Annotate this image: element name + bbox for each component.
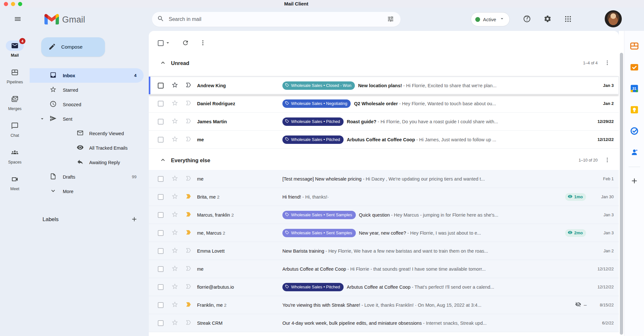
sidebar-item-drafts[interactable]: Drafts99 [30, 170, 144, 184]
email-checkbox[interactable] [158, 119, 164, 125]
star-icon[interactable] [171, 99, 178, 108]
email-row[interactable]: meWholesale Sales • PitchedArbutus Coffe… [149, 131, 619, 149]
email-checkbox[interactable] [158, 248, 164, 254]
email-checkbox[interactable] [158, 137, 164, 143]
sidebar-item-recently-viewed[interactable]: Recently Viewed [30, 126, 144, 141]
importance-marker-icon[interactable] [185, 135, 192, 144]
importance-marker-icon[interactable] [185, 319, 192, 327]
importance-marker-icon[interactable] [185, 81, 192, 90]
email-row[interactable]: James MartinWholesale Sales • PitchedRoa… [149, 113, 619, 131]
email-checkbox[interactable] [158, 302, 164, 308]
rail-item-pipelines[interactable]: Pipelines [6, 67, 24, 84]
sidebar-item-sent[interactable]: Sent [30, 112, 144, 126]
help-button[interactable] [519, 12, 535, 27]
status-dropdown[interactable]: Active [471, 12, 510, 26]
importance-marker-icon[interactable] [185, 283, 192, 291]
pipeline-stage-chip[interactable]: Wholesale Sales • Sent Samples [282, 211, 356, 219]
star-icon[interactable] [171, 247, 178, 255]
refresh-button[interactable] [179, 37, 192, 50]
create-label-button[interactable] [129, 214, 140, 225]
sidebar-item-inbox[interactable]: Inbox4 [30, 68, 144, 83]
pipeline-stage-chip[interactable]: Wholesale Sales • Closed - Won [282, 81, 355, 90]
email-checkbox[interactable] [158, 212, 164, 218]
google-tasks-icon[interactable] [627, 124, 642, 138]
streak-pipelines-icon[interactable] [627, 39, 642, 53]
email-checkbox[interactable] [158, 83, 164, 89]
importance-marker-icon[interactable] [185, 229, 192, 237]
email-row[interactable]: Franklin, me 2You're viewing this with S… [149, 296, 619, 314]
rail-item-chat[interactable]: Chat [6, 121, 24, 138]
expand-twisty-icon[interactable] [39, 116, 45, 122]
importance-marker-icon[interactable] [185, 211, 192, 219]
star-icon[interactable] [171, 265, 178, 273]
rail-item-meet[interactable]: Meet [6, 174, 24, 191]
search-options-button[interactable] [385, 14, 396, 25]
streak-mail-merge-icon[interactable] [627, 60, 642, 75]
email-row[interactable]: meArbutus Coffee at Coffee Coop - Hi Flo… [149, 260, 619, 278]
compose-button[interactable]: Compose [41, 37, 105, 57]
star-icon[interactable] [171, 81, 178, 90]
email-checkbox[interactable] [158, 284, 164, 290]
pipeline-stage-chip[interactable]: Wholesale Sales • Pitched [282, 135, 344, 144]
star-icon[interactable] [171, 193, 178, 201]
email-checkbox[interactable] [158, 194, 164, 200]
star-icon[interactable] [171, 301, 178, 309]
collapse-section-button[interactable] [158, 59, 167, 68]
main-menu-button[interactable] [10, 12, 25, 27]
select-dropdown-button[interactable] [164, 37, 172, 50]
google-calendar-icon[interactable]: 31 [627, 81, 642, 96]
email-checkbox[interactable] [158, 266, 164, 272]
search-input[interactable] [169, 16, 385, 22]
pipeline-stage-chip[interactable]: Wholesale Sales • Pitched [282, 117, 344, 126]
sidebar-item-snoozed[interactable]: Snoozed [30, 97, 144, 112]
email-row[interactable]: Brita, me 2Hi friend! - Hi, thanks!·1moJ… [149, 188, 619, 206]
google-contacts-icon[interactable] [627, 145, 642, 160]
google-keep-icon[interactable] [627, 102, 642, 117]
rail-item-mail[interactable]: 4Mail [6, 41, 24, 58]
select-all-checkbox[interactable] [158, 40, 164, 46]
email-checkbox[interactable] [158, 230, 164, 236]
star-icon[interactable] [171, 135, 178, 144]
star-icon[interactable] [171, 229, 178, 237]
importance-marker-icon[interactable] [185, 193, 192, 201]
section-more-button[interactable] [601, 154, 613, 166]
get-addons-button[interactable] [627, 174, 641, 188]
search-bar[interactable] [152, 12, 401, 27]
email-row[interactable]: Marcus, franklin 2Wholesale Sales • Sent… [149, 206, 619, 224]
importance-marker-icon[interactable] [185, 301, 192, 309]
importance-marker-icon[interactable] [185, 175, 192, 183]
email-row[interactable]: Daniel RodriguezWholesale Sales • Negoti… [149, 95, 619, 113]
section-more-button[interactable] [601, 57, 613, 69]
email-row[interactable]: me, Marcus 2Wholesale Sales • Sent Sampl… [149, 224, 619, 242]
more-actions-button[interactable] [196, 37, 209, 50]
email-checkbox[interactable] [158, 101, 164, 107]
pipeline-stage-chip[interactable]: Wholesale Sales • Negotiating [282, 99, 351, 108]
email-checkbox[interactable] [158, 176, 164, 182]
pipeline-stage-chip[interactable]: Wholesale Sales • Pitched [282, 283, 344, 291]
importance-marker-icon[interactable] [185, 117, 192, 126]
collapse-section-button[interactable] [158, 156, 167, 165]
star-icon[interactable] [171, 211, 178, 219]
sidebar-item-more[interactable]: More [30, 184, 144, 199]
google-apps-button[interactable] [560, 12, 576, 27]
importance-marker-icon[interactable] [185, 265, 192, 273]
email-checkbox[interactable] [158, 320, 164, 326]
star-icon[interactable] [171, 319, 178, 327]
sidebar-item-starred[interactable]: Starred [30, 83, 144, 97]
pipeline-stage-chip[interactable]: Wholesale Sales • Sent Samples [282, 229, 356, 237]
settings-button[interactable] [540, 12, 555, 27]
user-avatar[interactable] [605, 10, 622, 27]
list-scrollbar[interactable] [620, 53, 623, 335]
sidebar-item-all-tracked-emails[interactable]: All Tracked Emails [30, 141, 144, 155]
importance-marker-icon[interactable] [185, 99, 192, 108]
email-row[interactable]: me[Test message] New wholesale pricing -… [149, 170, 619, 188]
star-icon[interactable] [171, 283, 178, 291]
rail-item-spaces[interactable]: Spaces [6, 147, 24, 164]
email-row[interactable]: Emma LovettNew Barista training - Hey Fl… [149, 242, 619, 260]
email-row[interactable]: florrie@arbutus.ioWholesale Sales • Pitc… [149, 278, 619, 296]
star-icon[interactable] [171, 117, 178, 126]
email-row[interactable]: Andrew KingWholesale Sales • Closed - Wo… [149, 77, 619, 95]
sidebar-item-awaiting-reply[interactable]: Awaiting Reply [30, 155, 144, 170]
importance-marker-icon[interactable] [185, 247, 192, 255]
star-icon[interactable] [171, 175, 178, 183]
